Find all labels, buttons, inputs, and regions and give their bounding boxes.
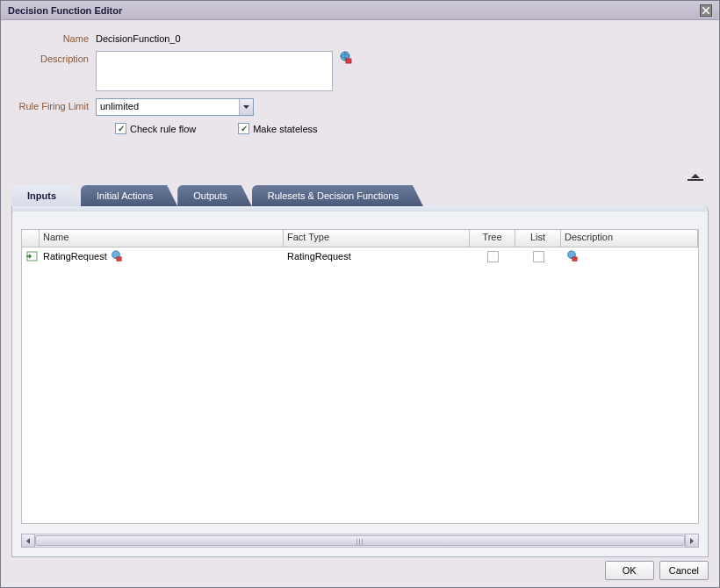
table-row[interactable]: RatingRequest RatingRequest — [22, 247, 698, 265]
rule-firing-limit-select[interactable]: unlimited — [96, 98, 254, 116]
form-area: Name DecisionFunction_0 Description Rule… — [1, 20, 719, 143]
tab-rulesets[interactable]: Rulesets & Decision Functions — [252, 185, 423, 206]
header-tree[interactable]: Tree — [470, 230, 515, 247]
make-stateless-label: Make stateless — [253, 124, 317, 134]
name-value: DecisionFunction_0 — [96, 31, 181, 44]
collapse-toggle-icon[interactable] — [688, 173, 703, 183]
check-rule-flow-label: Check rule flow — [130, 124, 196, 134]
tabs-container: Inputs Initial Actions Outputs Rulesets … — [11, 185, 709, 557]
scroll-thumb[interactable]: ||| — [35, 535, 685, 546]
name-label: Name — [17, 31, 96, 44]
description-input[interactable] — [96, 51, 333, 91]
grid: Name Fact Type Tree List Description R — [21, 229, 699, 524]
cell-name-text: RatingRequest — [43, 251, 107, 262]
scroll-track[interactable]: ||| — [35, 534, 685, 548]
cell-tree — [470, 249, 515, 264]
tree-checkbox[interactable] — [487, 251, 499, 262]
svg-rect-7 — [572, 257, 577, 261]
tab-label: Outputs — [193, 190, 227, 201]
header-name[interactable]: Name — [40, 230, 284, 247]
make-stateless-checkbox[interactable] — [238, 123, 249, 134]
rule-firing-limit-label: Rule Firing Limit — [17, 98, 96, 111]
header-list[interactable]: List — [515, 230, 561, 247]
globe-icon[interactable] — [338, 51, 352, 65]
window-title: Decision Function Editor — [8, 5, 122, 16]
close-icon[interactable] — [700, 4, 712, 17]
tab-label: Inputs — [27, 190, 56, 201]
tab-bar: Inputs Initial Actions Outputs Rulesets … — [11, 185, 709, 206]
cell-description[interactable] — [561, 247, 698, 265]
list-checkbox[interactable] — [533, 251, 544, 262]
header-description[interactable]: Description — [561, 230, 698, 247]
titlebar: Decision Function Editor — [1, 1, 719, 20]
svg-rect-5 — [117, 257, 121, 261]
ok-button[interactable]: OK — [605, 561, 654, 580]
checkbox-row: Check rule flow Make stateless — [115, 123, 703, 134]
check-rule-flow-item[interactable]: Check rule flow — [115, 123, 196, 134]
svg-rect-1 — [346, 59, 351, 63]
horizontal-scrollbar[interactable]: ||| — [21, 534, 699, 548]
svg-rect-2 — [688, 179, 703, 181]
row-name: Name DecisionFunction_0 — [17, 31, 703, 44]
scroll-left-icon[interactable] — [21, 534, 35, 548]
tab-inputs[interactable]: Inputs — [11, 185, 81, 206]
tab-label: Initial Actions — [97, 190, 153, 201]
description-label: Description — [17, 51, 96, 64]
make-stateless-item[interactable]: Make stateless — [238, 123, 317, 134]
rule-firing-limit-value: unlimited — [100, 101, 139, 111]
tab-outputs[interactable]: Outputs — [177, 185, 252, 206]
cell-fact-type[interactable]: RatingRequest — [284, 249, 470, 263]
tab-label: Rulesets & Decision Functions — [268, 190, 399, 201]
grid-header: Name Fact Type Tree List Description — [22, 230, 698, 247]
cell-name[interactable]: RatingRequest — [40, 247, 284, 265]
header-fact-type[interactable]: Fact Type — [284, 230, 470, 247]
button-bar: OK Cancel — [605, 561, 709, 580]
cell-list — [515, 249, 561, 264]
globe-icon[interactable] — [565, 249, 579, 263]
row-type-icon — [22, 247, 40, 265]
globe-icon[interactable] — [109, 249, 123, 263]
tab-content: Name Fact Type Tree List Description R — [11, 206, 709, 557]
scroll-right-icon[interactable] — [685, 534, 699, 548]
row-description: Description — [17, 51, 703, 91]
check-rule-flow-checkbox[interactable] — [115, 123, 126, 134]
cancel-button[interactable]: Cancel — [659, 561, 709, 580]
row-rule-firing-limit: Rule Firing Limit unlimited — [17, 98, 703, 116]
tab-initial-actions[interactable]: Initial Actions — [81, 185, 177, 206]
header-icon-col[interactable] — [22, 230, 40, 247]
chevron-down-icon — [239, 99, 253, 115]
